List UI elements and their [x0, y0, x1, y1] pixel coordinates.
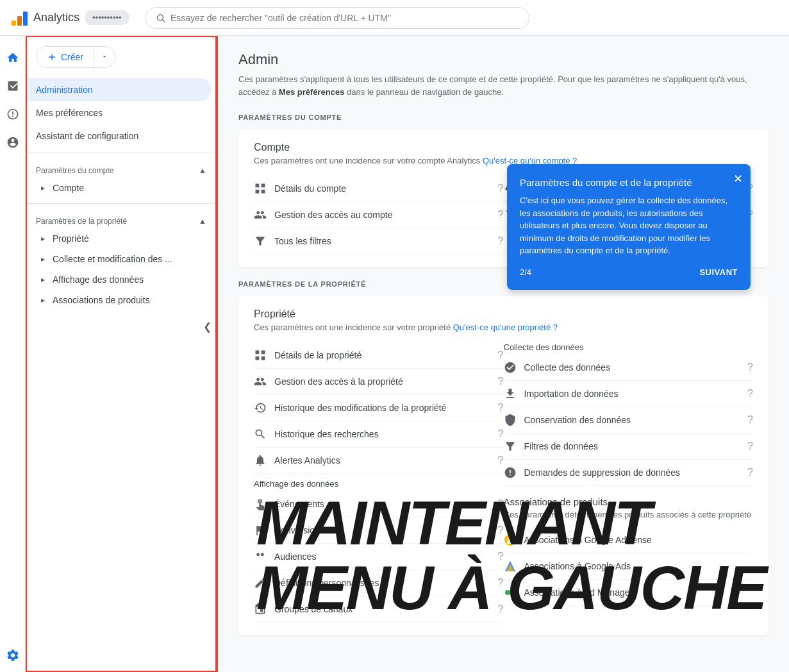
item-demandes-suppression[interactable]: Demandes de suppression de données ? [504, 460, 754, 486]
account-chip[interactable]: •••••••••• [85, 10, 129, 25]
item-conservation[interactable]: Conservation des données ? [504, 407, 754, 433]
section-propriete[interactable]: Paramètres de la propriété ▲ [26, 209, 217, 228]
sidebar-collapse-button[interactable]: ❮ [203, 321, 212, 333]
chevron-compte-icon: ▲ [199, 166, 206, 175]
item-historique-prop[interactable]: Historique des modifications de la propr… [254, 395, 504, 421]
item-gestion-acces-compte[interactable]: Gestion des accès au compte ? [254, 202, 504, 228]
ad-manager-icon [504, 586, 517, 599]
help-c1[interactable]: ? [747, 388, 753, 399]
propriete-card-link[interactable]: Qu'est-ce qu'une propriété ? [453, 323, 558, 332]
help-c0[interactable]: ? [747, 362, 753, 373]
create-button-main[interactable]: Créer [37, 47, 94, 67]
nav-sub-compte[interactable]: ▶ Compte [26, 178, 217, 198]
compte-card-title: Compte [254, 142, 753, 153]
bullet-icon-5: ▶ [41, 298, 45, 303]
nav-sub-affichage[interactable]: ▶ Affichage des données [26, 269, 217, 290]
help-icon-2[interactable]: ? [498, 235, 504, 247]
help-a4[interactable]: ? [498, 603, 504, 615]
item-details-propriete[interactable]: Détails de la propriété ? [254, 342, 504, 369]
bullet-icon-4: ▶ [41, 277, 45, 283]
page-description: Ces paramètres s'appliquent à tous les u… [238, 73, 768, 98]
help-p1[interactable]: ? [498, 376, 504, 387]
assoc-adsense[interactable]: Associations à Google AdSense [504, 527, 754, 553]
sidebar-reports-icon[interactable] [1, 74, 24, 97]
item-audiences[interactable]: Audiences ? [254, 544, 504, 570]
item-filtres-donnees[interactable]: Filtres de données ? [504, 433, 754, 460]
create-dropdown-button[interactable] [94, 47, 115, 67]
item-definitions[interactable]: Définitions personnalisées ? [254, 570, 504, 596]
sidebar-home-icon[interactable] [1, 46, 24, 69]
help-c3[interactable]: ? [747, 441, 753, 452]
sidebar-explore-icon[interactable] [1, 103, 24, 126]
item-alertes[interactable]: Alertes Analytics ? [254, 448, 504, 474]
help-p3[interactable]: ? [498, 428, 504, 440]
nav-divider-1 [26, 153, 217, 153]
help-icon-0[interactable]: ? [498, 183, 504, 194]
tooltip-close-button[interactable]: ✕ [733, 172, 743, 186]
section-label-compte: PARAMÈTRES DU COMPTE [238, 113, 768, 121]
data-icon [504, 361, 517, 374]
item-conversions[interactable]: Conversions ? [254, 517, 504, 544]
assoc-ad-manager[interactable]: Associations à Ad Manager [504, 580, 754, 606]
search-icon [156, 13, 165, 23]
nav-divider-2 [26, 203, 217, 204]
custom-icon [254, 576, 267, 589]
item-collecte-donnees[interactable]: Collecte des données ? [504, 355, 754, 381]
svg-point-3 [157, 14, 163, 20]
nav-sub-collecte[interactable]: ▶ Collecte et modification des ... [26, 249, 217, 269]
page-title: Admin [238, 51, 768, 68]
sidebar-advertising-icon[interactable] [1, 131, 24, 154]
help-p0[interactable]: ? [498, 349, 504, 361]
right-col: Collecte des données Collecte des donnée… [504, 342, 754, 623]
item-gestion-acces-prop[interactable]: Gestion des accès à la propriété ? [254, 369, 504, 395]
help-a1[interactable]: ? [498, 525, 504, 536]
item-tous-filtres[interactable]: Tous les filtres ? [254, 228, 504, 255]
help-p4[interactable]: ? [498, 455, 504, 466]
item-historique-recherches[interactable]: Historique des recherches ? [254, 421, 504, 448]
item-details-compte[interactable]: Détails du compte ? [254, 176, 504, 202]
svg-point-9 [510, 590, 515, 595]
help-icon-1[interactable]: ? [498, 209, 504, 221]
grid-icon-p [254, 349, 267, 362]
help-p2[interactable]: ? [498, 402, 504, 414]
sidebar-item-mes-preferences[interactable]: Mes préférences [26, 101, 212, 124]
sidebar-settings-icon[interactable] [1, 649, 24, 672]
sidebar-item-administration[interactable]: Administration [26, 78, 212, 101]
tooltip-footer: 2/4 SUIVANT [520, 267, 738, 277]
search-bar[interactable] [145, 7, 529, 29]
tooltip-next-button[interactable]: SUIVANT [699, 267, 738, 277]
people-icon-p [254, 375, 267, 388]
left-col: Détails de la propriété ? Gestion des ac… [254, 342, 504, 623]
item-importation[interactable]: Importation de données ? [504, 381, 754, 407]
nav-sub-propriete[interactable]: ▶ Propriété [26, 228, 217, 249]
tooltip-counter: 2/4 [520, 267, 531, 277]
propriete-items-grid: Détails de la propriété ? Gestion des ac… [254, 342, 753, 623]
sidebar-item-assistant[interactable]: Assistant de configuration [26, 124, 212, 147]
search-input[interactable] [170, 13, 519, 23]
icon-sidebar [0, 36, 26, 672]
affichage-subtitle: Affichage des données [254, 474, 504, 491]
help-a0[interactable]: ? [498, 498, 504, 510]
item-evenements[interactable]: Événements ? [254, 491, 504, 517]
tooltip-title: Paramètres du compte et de la propriété [520, 177, 738, 188]
help-a2[interactable]: ? [498, 551, 504, 562]
import-icon [504, 387, 517, 400]
collecte-subtitle: Collecte des données [504, 342, 754, 355]
help-c4[interactable]: ? [747, 467, 753, 478]
svg-line-4 [162, 19, 165, 22]
app-title: Analytics [33, 11, 79, 24]
search-icon-p [254, 428, 267, 441]
propriete-card-title: Propriété [254, 308, 753, 320]
section-compte[interactable]: Paramètres du compte ▲ [26, 158, 217, 178]
channel-icon [254, 603, 267, 616]
item-groupes-canaux[interactable]: Groupes de canaux ? [254, 596, 504, 623]
help-c2[interactable]: ? [747, 414, 753, 426]
nav-sub-associations[interactable]: ▶ Associations de produits [26, 290, 217, 310]
bullet-icon: ▶ [41, 185, 45, 191]
nav-sidebar: Créer Administration Mes préférences Ass… [26, 36, 218, 672]
svg-rect-0 [12, 21, 16, 26]
associations-title: Associations de produits [504, 496, 754, 507]
assoc-google-ads[interactable]: Associations à Google Ads [504, 553, 754, 580]
app-layout: Créer Administration Mes préférences Ass… [0, 36, 789, 672]
help-a3[interactable]: ? [498, 577, 504, 589]
